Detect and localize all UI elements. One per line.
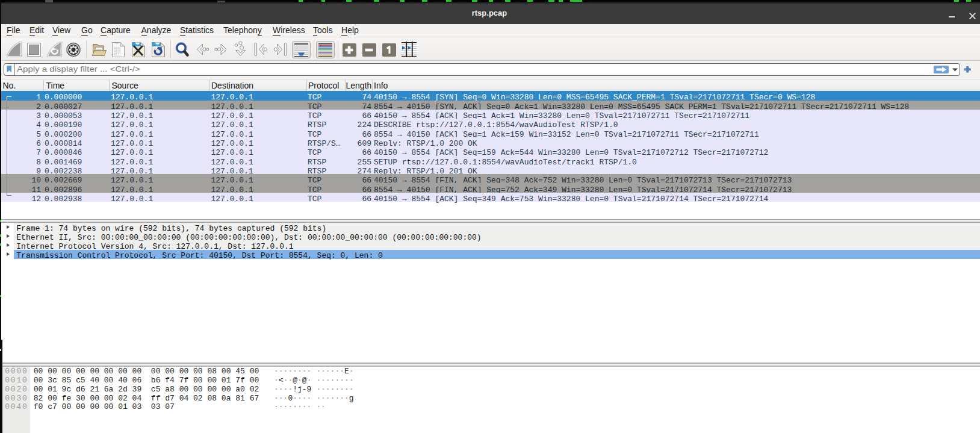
svg-text:0111: 0111 [114, 52, 121, 55]
